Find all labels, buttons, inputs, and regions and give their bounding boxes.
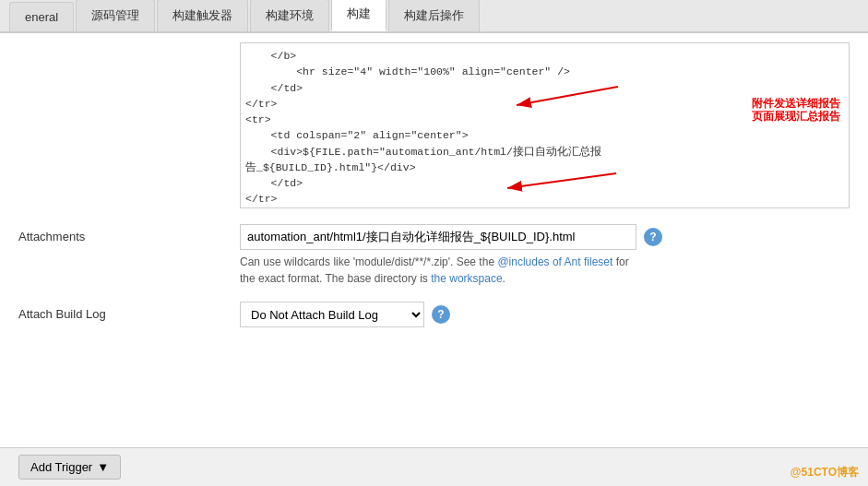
attachments-label: Attachments [18,224,240,243]
bottom-bar: Add Trigger ▼ [0,447,868,486]
code-editor-container: </b> <hr size="4" width="100%" align="ce… [240,42,850,211]
watermark: @51CTO博客 [791,465,859,480]
attach-build-log-select[interactable]: Do Not Attach Build Log Attach Build Log… [240,302,424,327]
tab-source[interactable]: 源码管理 [76,0,155,31]
code-editor-row: </b> <hr size="4" width="100%" align="ce… [18,42,850,211]
tab-build[interactable]: 构建 [331,0,386,31]
attachments-control: ? Can use wildcards like 'module/dist/**… [240,224,850,287]
tab-bar: eneral 源码管理 构建触发器 构建环境 构建 构建后操作 [0,0,868,33]
attachments-hint: Can use wildcards like 'module/dist/**/*… [240,254,636,287]
tab-env[interactable]: 构建环境 [250,0,329,31]
tab-postbuild[interactable]: 构建后操作 [388,0,480,31]
attach-build-log-help-icon[interactable]: ? [432,305,450,324]
add-trigger-button[interactable]: Add Trigger ▼ [18,455,121,480]
tab-trigger[interactable]: 构建触发器 [157,0,248,31]
attach-build-log-control: Do Not Attach Build Log Attach Build Log… [240,302,850,327]
attachments-input-row: ? [240,224,662,250]
main-content: </b> <hr size="4" width="100%" align="ce… [0,33,868,447]
code-editor[interactable]: </b> <hr size="4" width="100%" align="ce… [240,42,850,208]
add-trigger-label: Add Trigger [30,460,92,474]
attachments-row: Attachments ? Can use wildcards like 'mo… [18,220,850,290]
add-trigger-chevron-icon: ▼ [97,460,109,474]
attachments-input[interactable] [240,224,636,250]
workspace-link[interactable]: the workspace [431,272,502,285]
annotation-label-2: 附件发送详细报告 [752,96,840,112]
attach-build-log-label: Attach Build Log [18,302,240,321]
ant-includes-link[interactable]: @includes of Ant fileset [497,255,612,268]
code-editor-label [18,42,240,211]
attach-build-log-input-row: Do Not Attach Build Log Attach Build Log… [240,302,450,327]
attach-build-log-row: Attach Build Log Do Not Attach Build Log… [18,298,850,331]
tab-general[interactable]: eneral [9,2,74,31]
attachments-help-icon[interactable]: ? [644,228,662,246]
